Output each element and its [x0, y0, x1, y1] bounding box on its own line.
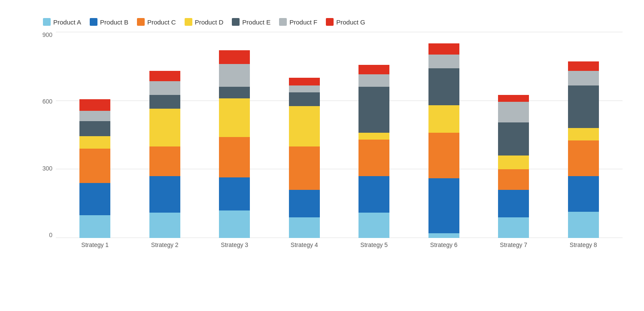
legend-color-productG [326, 18, 334, 26]
bar-segment-productF [79, 111, 110, 121]
legend-color-productD [185, 18, 192, 26]
legend-color-productB [90, 18, 97, 26]
bar-group-strategy-5 [352, 65, 395, 238]
legend-color-productE [232, 18, 240, 26]
bar-segment-productA [149, 213, 180, 238]
x-axis-label: Strategy 5 [352, 241, 395, 248]
bar-segment-productC [219, 137, 250, 177]
bar-segment-productE [79, 121, 110, 136]
legend-item-product-g: Product G [326, 18, 365, 26]
bar-segment-productB [149, 176, 180, 213]
x-axis-label: Strategy 3 [213, 241, 256, 248]
bar-segment-productB [498, 190, 529, 217]
bar-segment-productB [289, 190, 320, 217]
y-axis-label: 900 [39, 32, 56, 38]
legend-label: Product E [242, 18, 270, 26]
bar-segment-productF [498, 102, 529, 122]
bar-segment-productE [428, 68, 459, 105]
legend-item-product-d: Product D [185, 18, 224, 26]
bar-segment-productG [289, 78, 320, 86]
bar-segment-productB [358, 176, 389, 213]
x-axis-label: Strategy 2 [143, 241, 186, 248]
legend-label: Product A [53, 18, 81, 26]
bar-segment-productC [428, 133, 459, 179]
bar-segment-productD [498, 156, 529, 169]
bar-group-strategy-7 [492, 95, 535, 238]
bar-segment-productE [358, 87, 389, 133]
bar-segment-productE [219, 87, 250, 98]
bar-segment-productA [498, 217, 529, 238]
bar-group-strategy-8 [562, 61, 605, 238]
chart-legend: Product AProduct BProduct CProduct DProd… [39, 18, 623, 26]
legend-item-product-a: Product A [43, 18, 81, 26]
bar-segment-productF [358, 74, 389, 87]
legend-label: Product F [289, 18, 317, 26]
bar-segment-productF [149, 81, 180, 95]
legend-label: Product C [147, 18, 176, 26]
legend-color-productC [137, 18, 145, 26]
bar-segment-productF [428, 55, 459, 68]
bar-segment-productC [498, 169, 529, 190]
bar-segment-productD [79, 136, 110, 149]
bar-segment-productA [358, 213, 389, 238]
bar-group-strategy-2 [143, 71, 186, 238]
x-axis-label: Strategy 4 [283, 241, 326, 248]
x-axis-label: Strategy 8 [562, 241, 605, 248]
legend-item-product-e: Product E [232, 18, 270, 26]
bar-segment-productC [358, 140, 389, 176]
bar-segment-productG [568, 61, 599, 70]
bar-segment-productE [289, 92, 320, 106]
stacked-bar [498, 95, 529, 238]
bar-segment-productC [79, 149, 110, 183]
legend-item-product-b: Product B [90, 18, 128, 26]
bar-segment-productF [219, 64, 250, 87]
bar-segment-productG [358, 65, 389, 74]
bar-segment-productG [79, 99, 110, 111]
x-axis-label: Strategy 6 [422, 241, 465, 248]
bar-segment-productD [358, 133, 389, 140]
bar-segment-productA [568, 212, 599, 238]
stacked-bar [358, 65, 389, 238]
stacked-bar [289, 78, 320, 238]
legend-color-productA [43, 18, 51, 26]
bar-segment-productE [568, 85, 599, 128]
chart-plot [56, 32, 623, 238]
bar-segment-productG [219, 50, 250, 64]
bar-segment-productD [428, 105, 459, 133]
bar-segment-productD [289, 106, 320, 146]
bar-segment-productC [568, 140, 599, 176]
stacked-bar [428, 43, 459, 238]
y-axis: 0300600900 [39, 32, 56, 238]
chart-container: Product AProduct BProduct CProduct DProd… [9, 5, 635, 306]
y-axis-label: 0 [39, 232, 56, 238]
bar-segment-productD [568, 128, 599, 140]
y-axis-label: 600 [39, 98, 56, 104]
bar-segment-productB [219, 177, 250, 210]
bar-segment-productE [498, 122, 529, 156]
bar-group-strategy-4 [283, 78, 326, 238]
bar-segment-productF [289, 85, 320, 92]
legend-item-product-f: Product F [279, 18, 317, 26]
bar-segment-productB [79, 183, 110, 215]
bar-segment-productF [568, 71, 599, 86]
bar-segment-productA [79, 215, 110, 238]
legend-label: Product B [100, 18, 128, 26]
bar-segment-productB [568, 176, 599, 212]
x-axis-label: Strategy 7 [492, 241, 535, 248]
bar-segment-productG [498, 95, 529, 102]
legend-label: Product G [336, 18, 365, 26]
legend-color-productF [279, 18, 287, 26]
bar-segment-productC [149, 146, 180, 176]
bar-segment-productA [289, 217, 320, 238]
bar-segment-productA [428, 233, 459, 238]
legend-item-product-c: Product C [137, 18, 176, 26]
bar-segment-productB [428, 178, 459, 233]
bar-segment-productE [149, 95, 180, 109]
stacked-bar [568, 61, 599, 238]
stacked-bar [149, 71, 180, 238]
stacked-bar [219, 50, 250, 238]
bar-segment-productG [428, 43, 459, 55]
bar-group-strategy-1 [73, 99, 116, 238]
stacked-bar [79, 99, 110, 238]
bar-group-strategy-3 [213, 50, 256, 238]
